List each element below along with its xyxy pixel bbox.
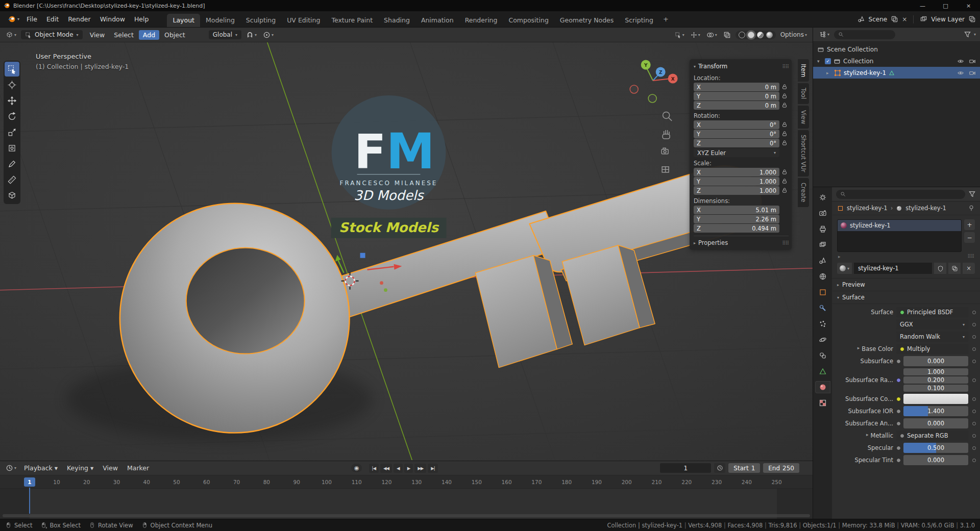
subsurface-ior-socket-icon[interactable] xyxy=(896,409,901,414)
workspace-tab-compositing[interactable]: Compositing xyxy=(503,14,554,27)
frame-start-field[interactable]: Start1 xyxy=(728,463,760,473)
tool-annotate[interactable] xyxy=(5,157,19,171)
play-button[interactable]: ▶ xyxy=(404,464,413,473)
gizmo-z-handle[interactable] xyxy=(360,253,365,258)
menu-file[interactable]: File xyxy=(22,14,41,24)
workspace-tab-sculpting[interactable]: Sculpting xyxy=(240,14,281,27)
timeline-menu-marker[interactable]: Marker xyxy=(123,463,153,473)
pin-icon[interactable] xyxy=(968,205,975,212)
shading-rendered-button[interactable] xyxy=(766,32,773,38)
properties-search-input[interactable] xyxy=(836,190,965,199)
subsurface-radius-field-2[interactable]: 0.100 xyxy=(903,385,968,392)
axis-x-neg-ball[interactable] xyxy=(630,85,638,93)
lock-icon[interactable] xyxy=(781,187,789,194)
add-slot-button[interactable]: + xyxy=(964,219,975,230)
rotation-mode-dropdown[interactable]: XYZ Euler▾ xyxy=(694,148,779,157)
blender-menu-button[interactable]: ▾ xyxy=(4,15,22,23)
subsurface-radius-field-0[interactable]: 1.000 xyxy=(903,368,968,375)
play-reverse-button[interactable]: ◀ xyxy=(394,464,403,473)
outliner-row-scene-collection[interactable]: Scene Collection xyxy=(813,43,980,55)
surface-socket-icon[interactable] xyxy=(900,310,904,315)
workspace-tab-scripting[interactable]: Scripting xyxy=(619,14,659,27)
remove-slot-button[interactable]: − xyxy=(964,232,975,243)
tab-object[interactable] xyxy=(815,286,830,298)
specular-tint-socket-icon[interactable] xyxy=(896,458,901,463)
mode-dropdown[interactable]: Object Mode ▾ xyxy=(21,30,83,39)
disclosure-triangle-icon[interactable]: ▾ xyxy=(817,59,822,64)
subsurface-ior-widget[interactable]: 1.400 xyxy=(896,406,968,416)
camera-visibility-icon[interactable] xyxy=(969,69,976,77)
subsurface-ior-slider[interactable]: 1.400 xyxy=(903,406,968,416)
menu-window[interactable]: Window xyxy=(96,14,129,24)
collection-checkbox[interactable]: ✓ xyxy=(825,58,831,64)
outliner-search-input[interactable] xyxy=(834,30,895,39)
surface-animate-dot[interactable] xyxy=(972,311,976,314)
lock-icon[interactable] xyxy=(781,84,789,91)
base-color-widget[interactable]: Multiply xyxy=(896,344,968,354)
rotation-z-field[interactable]: Z0° xyxy=(694,139,779,147)
tool-rotate[interactable] xyxy=(5,109,19,124)
timeline-ruler[interactable]: 1 10203040506070809010011012013014015016… xyxy=(0,475,813,489)
breadcrumb-object[interactable]: stylized-key-1 xyxy=(847,205,888,212)
jump-to-start-button[interactable]: |◀ xyxy=(369,464,379,473)
lock-icon[interactable] xyxy=(781,178,789,185)
dimensions-y-field[interactable]: Y2.26 m xyxy=(694,215,779,223)
timeline-menu-view[interactable]: View xyxy=(99,463,122,473)
shading-wireframe-button[interactable] xyxy=(739,32,745,38)
snapping-toggle[interactable]: ▾ xyxy=(244,30,258,40)
dimensions-z-field[interactable]: Z0.494 m xyxy=(694,224,779,233)
navigation-gizmo[interactable]: Y Z X xyxy=(630,60,677,102)
use-preview-range-button[interactable] xyxy=(714,463,725,473)
n-panel-tab-create[interactable]: Create xyxy=(798,178,809,207)
tab-modifiers[interactable] xyxy=(815,302,830,314)
menu-render[interactable]: Render xyxy=(64,14,95,24)
resize-grip-icon[interactable]: ⠿⠿ xyxy=(967,254,974,259)
tab-material[interactable] xyxy=(815,381,830,393)
xray-toggle[interactable] xyxy=(722,30,732,40)
tool-select-box[interactable] xyxy=(5,62,19,77)
subsurface-socket-icon[interactable] xyxy=(896,359,901,364)
subsurface-widget[interactable]: 0.000 xyxy=(896,356,968,366)
n-panel-tab-shortcut-vur[interactable]: Shortcut VUr xyxy=(798,130,809,177)
outliner-row-object[interactable]: ▸ stylized-key-1 xyxy=(813,67,980,79)
subsurface-radius-socket-icon[interactable] xyxy=(896,378,901,383)
hand-icon[interactable] xyxy=(663,130,670,139)
specials-menu-icon[interactable]: ▸ xyxy=(838,254,841,259)
camera-view-icon[interactable] xyxy=(662,148,668,154)
lock-icon[interactable] xyxy=(781,140,789,147)
tab-tool[interactable] xyxy=(815,191,830,204)
metallic-socket-icon[interactable] xyxy=(900,434,904,438)
filter-icon[interactable] xyxy=(968,190,976,198)
subsurface-radius-field-1[interactable]: 0.200 xyxy=(903,376,968,384)
viewport-menu-view[interactable]: View xyxy=(86,30,109,40)
current-frame-field[interactable]: 1 xyxy=(660,463,711,473)
timeline-scrollbar[interactable] xyxy=(3,514,810,517)
disclosure-triangle-icon[interactable]: ▸ xyxy=(826,70,831,75)
workspace-tab-modeling[interactable]: Modeling xyxy=(200,14,240,27)
lock-icon[interactable] xyxy=(781,121,789,129)
tab-physics[interactable] xyxy=(815,334,830,346)
lock-icon[interactable] xyxy=(781,102,789,109)
tool-scale[interactable] xyxy=(5,125,19,140)
tool-move[interactable] xyxy=(5,93,19,108)
subsurface-anisotropy-socket-icon[interactable] xyxy=(896,421,901,426)
show-overlays-toggle[interactable]: ▾ xyxy=(705,30,719,40)
lock-icon[interactable] xyxy=(781,169,789,176)
location-x-field[interactable]: X0 m xyxy=(694,83,779,91)
eye-icon[interactable] xyxy=(957,58,964,65)
subsurface-radius-widget[interactable]: 1.0000.2000.100 xyxy=(896,368,968,392)
tab-scene[interactable] xyxy=(815,255,830,267)
subsurface-color-animate-dot[interactable] xyxy=(972,397,976,401)
workspace-tab-shading[interactable]: Shading xyxy=(378,14,415,27)
workspace-tab-geometry-nodes[interactable]: Geometry Nodes xyxy=(554,14,619,27)
workspace-tab-uv-editing[interactable]: UV Editing xyxy=(281,14,326,27)
show-gizmo-toggle[interactable]: ▾ xyxy=(689,30,702,40)
viewport-menu-select[interactable]: Select xyxy=(110,30,138,40)
specular-tint-widget[interactable]: 0.000 xyxy=(896,455,968,465)
specular-socket-icon[interactable] xyxy=(896,446,901,450)
transform-panel-header[interactable]: ▾ Transform ⠿⠿ xyxy=(694,61,789,72)
key-model[interactable] xyxy=(120,166,762,433)
subsurface-color-socket-icon[interactable] xyxy=(896,397,901,401)
metallic-widget[interactable]: Separate RGB xyxy=(896,431,968,441)
subsurface-anisotropy-animate-dot[interactable] xyxy=(972,422,976,425)
